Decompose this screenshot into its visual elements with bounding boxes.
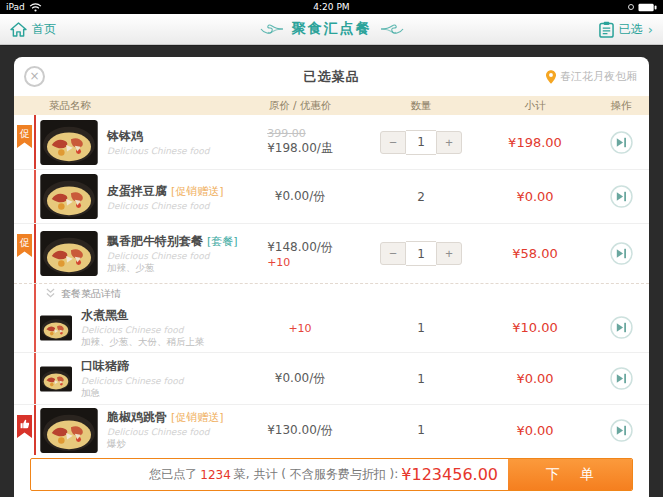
promo-gift-tag: [促销赠送]: [171, 410, 224, 425]
subtotal-value: ¥0.00: [477, 189, 593, 204]
dish-photo: [40, 174, 98, 219]
clock: 4:20 PM: [0, 2, 663, 12]
combo-tag: [套餐]: [207, 234, 238, 249]
subtotal-value: ¥198.00: [477, 135, 593, 150]
increase-button[interactable]: +: [436, 131, 462, 154]
subtotal-value: ¥10.00: [477, 320, 593, 335]
modal-backdrop: × 已选菜品 春江花月夜包厢 菜品名称 原价 / 优惠价 数量 小计 操作 促: [0, 46, 663, 497]
quantity-value: 1: [417, 423, 425, 437]
subtotal-value: ¥0.00: [477, 371, 593, 386]
serve-dish-button[interactable]: [610, 242, 633, 265]
dish-name: 皮蛋拌豆腐: [107, 183, 167, 200]
dish-price: ¥198.00/盅: [267, 140, 333, 157]
dish-photo: [40, 364, 72, 394]
dish-name: 钵钵鸡: [107, 128, 143, 145]
summary-prefix: 您已点了: [149, 466, 197, 483]
app-title: 聚食汇点餐: [292, 20, 372, 38]
column-action: 操作: [593, 99, 649, 113]
gift-badge: [17, 415, 32, 438]
dish-note: 加辣、少葱: [107, 262, 235, 275]
dish-photo: [40, 231, 98, 276]
table-row: 促 飘香肥牛特别套餐 [套餐] Delicious Chinese food 加…: [14, 223, 649, 283]
selected-dishes-modal: × 已选菜品 春江花月夜包厢 菜品名称 原价 / 优惠价 数量 小计 操作 促: [14, 57, 649, 497]
dish-price: ¥0.00/份: [275, 189, 325, 203]
dish-photo: [40, 408, 98, 453]
battery-icon: [638, 3, 657, 12]
column-subtotal: 小计: [477, 99, 593, 113]
home-button[interactable]: 首页: [10, 21, 56, 38]
room-name: 春江花月夜包厢: [560, 69, 637, 84]
close-button[interactable]: ×: [24, 66, 45, 87]
dish-count: 1234: [200, 468, 231, 482]
quantity-value: 1: [417, 372, 425, 386]
quantity-stepper: − 1 +: [380, 241, 462, 266]
column-price: 原价 / 优惠价: [235, 99, 365, 113]
alarm-icon: [628, 4, 634, 10]
table-row: 皮蛋拌豆腐 [促销赠送] Delicious Chinese food ¥0.0…: [14, 169, 649, 223]
extra-charge: +10: [288, 322, 311, 335]
increase-button[interactable]: +: [436, 242, 462, 265]
order-summary-text: 您已点了 1234 菜, 共计 ( 不含服务费与折扣 ): ¥123456.00: [31, 459, 508, 490]
status-bar: iPad 4:20 PM: [0, 0, 663, 14]
extra-charge: +10: [267, 256, 333, 269]
dish-note: 加急: [81, 387, 183, 400]
table-row: 脆椒鸡跳骨 [促销赠送] Delicious Chinese food 爆炒 ¥…: [14, 404, 649, 455]
nav-bar: 首页 聚食汇点餐 已选 ›: [0, 14, 663, 45]
ornament-left-icon: [260, 22, 284, 36]
dish-name: 飘香肥牛特别套餐: [107, 233, 203, 250]
table-header: 菜品名称 原价 / 优惠价 数量 小计 操作: [14, 96, 649, 115]
ornament-right-icon: [380, 22, 404, 36]
dish-name: 口味猪蹄: [81, 358, 129, 375]
quantity-value[interactable]: 1: [406, 241, 436, 266]
dish-price: ¥130.00/份: [267, 423, 333, 437]
dish-price: ¥0.00/份: [275, 371, 325, 385]
room-selector[interactable]: 春江花月夜包厢: [546, 57, 637, 96]
serve-dish-button[interactable]: [610, 367, 633, 390]
dish-note: 爆炒: [107, 438, 224, 451]
promo-badge: 促: [17, 125, 32, 148]
column-quantity: 数量: [365, 99, 477, 113]
dish-photo: [40, 313, 72, 343]
serve-dish-button[interactable]: [610, 419, 633, 442]
selected-label: 已选: [619, 21, 643, 38]
combo-detail-label: 套餐菜品详情: [61, 287, 121, 301]
serve-dish-button[interactable]: [610, 185, 633, 208]
decrease-button[interactable]: −: [380, 242, 406, 265]
dish-subtitle: Delicious Chinese food: [81, 376, 183, 386]
home-icon: [10, 22, 27, 37]
column-dish-name: 菜品名称: [40, 99, 235, 113]
dish-name: 脆椒鸡跳骨: [107, 409, 167, 426]
dish-note: 加辣、少葱、大份、稍后上菜: [81, 336, 205, 349]
app-title-area: 聚食汇点餐: [0, 20, 663, 38]
combo-detail-toggle[interactable]: 套餐菜品详情: [14, 283, 649, 303]
decrease-button[interactable]: −: [380, 131, 406, 154]
selected-dishes-button[interactable]: 已选 ›: [599, 21, 653, 38]
dish-subtitle: Delicious Chinese food: [81, 325, 205, 335]
dish-price: ¥148.00/份: [267, 239, 333, 256]
order-summary-bar: 您已点了 1234 菜, 共计 ( 不含服务费与折扣 ): ¥123456.00…: [30, 458, 633, 491]
modal-header: × 已选菜品 春江花月夜包厢: [14, 57, 649, 96]
dish-subtitle: Delicious Chinese food: [107, 427, 224, 437]
modal-title: 已选菜品: [304, 68, 360, 86]
combo-sub-row: 口味猪蹄 Delicious Chinese food 加急 ¥0.00/份 1…: [14, 352, 649, 404]
quantity-value: 1: [417, 321, 425, 335]
place-order-button[interactable]: 下 单: [508, 459, 632, 490]
original-price: 399.00: [267, 127, 333, 140]
double-chevron-icon: [46, 288, 55, 299]
total-amount: ¥123456.00: [401, 465, 498, 484]
serve-dish-button[interactable]: [610, 131, 633, 154]
combo-sub-row: 水煮黑鱼 Delicious Chinese food 加辣、少葱、大份、稍后上…: [14, 303, 649, 352]
ipad-screen: iPad 4:20 PM 首页 聚食汇点餐 已选 › × 已选菜品: [0, 0, 663, 497]
dish-subtitle: Delicious Chinese food: [107, 146, 209, 156]
chevron-right-icon: ›: [648, 22, 653, 37]
promo-badge: 促: [17, 234, 32, 257]
dish-subtitle: Delicious Chinese food: [107, 251, 235, 261]
summary-middle: 菜, 共计 ( 不含服务费与折扣 ):: [234, 466, 398, 483]
home-label: 首页: [32, 21, 56, 38]
table-row: 促 钵钵鸡 Delicious Chinese food 399.00 ¥198…: [14, 115, 649, 169]
serve-dish-button[interactable]: [610, 316, 633, 339]
subtotal-value: ¥58.00: [477, 246, 593, 261]
subtotal-value: ¥0.00: [477, 423, 593, 438]
quantity-value[interactable]: 1: [406, 130, 436, 155]
quantity-value: 2: [417, 190, 425, 204]
